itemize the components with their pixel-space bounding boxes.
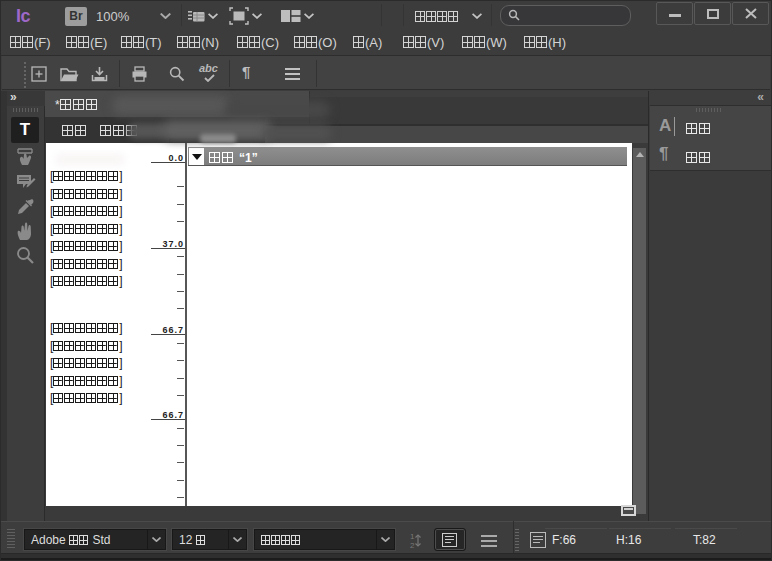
svg-text:2: 2	[410, 541, 415, 549]
svg-text:1: 1	[410, 532, 415, 541]
